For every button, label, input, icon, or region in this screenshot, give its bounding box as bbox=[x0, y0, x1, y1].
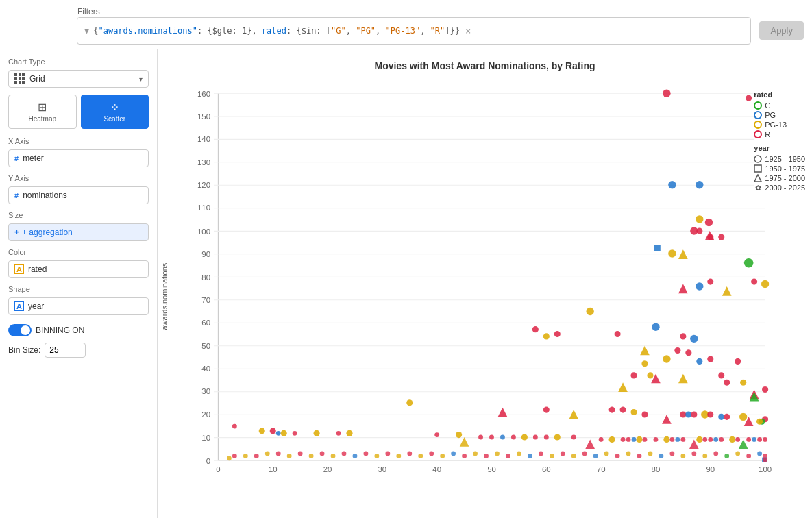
svg-point-155 bbox=[719, 437, 724, 442]
chart-legend: rated G PG PG-13 bbox=[754, 90, 805, 197]
svg-point-78 bbox=[685, 349, 691, 356]
svg-point-141 bbox=[626, 437, 631, 442]
svg-point-106 bbox=[691, 411, 697, 417]
svg-point-97 bbox=[543, 407, 550, 413]
legend-year-title: year bbox=[754, 144, 805, 152]
svg-point-121 bbox=[293, 431, 297, 436]
svg-point-147 bbox=[669, 437, 674, 442]
x-axis-label: X Axis bbox=[8, 137, 149, 145]
chart-title: Movies with Most Award Nominations, by R… bbox=[158, 49, 812, 77]
scatter-button[interactable]: ⁘ Scatter bbox=[81, 95, 149, 129]
svg-point-166 bbox=[276, 452, 281, 456]
chart-type-selector[interactable]: Grid ▾ bbox=[8, 70, 149, 88]
svg-point-174 bbox=[364, 452, 369, 456]
svg-point-191 bbox=[550, 454, 554, 458]
legend-pg13-label: PG-13 bbox=[765, 121, 787, 129]
legend-square-shape-icon bbox=[754, 164, 762, 173]
svg-point-80 bbox=[707, 356, 713, 362]
svg-point-135 bbox=[554, 434, 561, 440]
add-aggregation-button[interactable]: + + aggregation bbox=[8, 223, 149, 241]
svg-point-173 bbox=[353, 454, 358, 458]
svg-point-145 bbox=[654, 437, 659, 442]
svg-point-208 bbox=[735, 452, 740, 456]
binning-row: BINNING ON bbox=[8, 321, 149, 340]
svg-text:160: 160 bbox=[197, 90, 210, 98]
svg-point-61 bbox=[761, 280, 769, 288]
svg-point-216 bbox=[754, 102, 761, 109]
svg-point-63 bbox=[696, 282, 703, 290]
svg-point-64 bbox=[663, 90, 670, 97]
x-axis-field[interactable]: # meter bbox=[8, 149, 149, 167]
svg-point-203 bbox=[680, 454, 685, 458]
bin-size-input[interactable] bbox=[45, 343, 86, 358]
svg-point-69 bbox=[532, 326, 539, 332]
legend-year-1975: 1975 - 2000 bbox=[754, 174, 805, 182]
svg-point-50 bbox=[696, 181, 703, 188]
svg-text:10: 10 bbox=[201, 434, 210, 442]
svg-point-102 bbox=[641, 411, 648, 417]
svg-text:70: 70 bbox=[597, 465, 606, 473]
svg-point-75 bbox=[680, 333, 686, 339]
heatmap-button[interactable]: ⊞ Heatmap bbox=[8, 95, 77, 129]
svg-point-116 bbox=[232, 424, 237, 429]
svg-point-79 bbox=[663, 355, 670, 362]
binning-label: BINNING ON bbox=[36, 325, 84, 335]
svg-point-219 bbox=[754, 131, 761, 138]
svg-point-70 bbox=[652, 323, 659, 331]
svg-point-186 bbox=[495, 452, 500, 456]
filter-bar: ▼ {"awards.nominations": {$gte: 1}, rate… bbox=[77, 17, 751, 45]
svg-point-196 bbox=[604, 452, 609, 456]
shape-a-icon: A bbox=[14, 301, 24, 311]
legend-item-pg13: PG-13 bbox=[754, 121, 805, 129]
svg-point-194 bbox=[582, 452, 587, 456]
svg-point-123 bbox=[336, 431, 341, 436]
shape-value: year bbox=[28, 301, 44, 311]
apply-button[interactable]: Apply bbox=[759, 21, 804, 40]
y-axis-hash-icon: # bbox=[14, 191, 19, 199]
legend-gear-shape-icon: ✿ bbox=[754, 184, 762, 192]
svg-point-213 bbox=[232, 454, 237, 458]
svg-point-181 bbox=[440, 454, 445, 458]
svg-point-144 bbox=[643, 437, 648, 442]
svg-point-86 bbox=[630, 372, 637, 378]
svg-point-142 bbox=[632, 437, 637, 442]
svg-point-192 bbox=[561, 452, 565, 456]
svg-text:50: 50 bbox=[487, 465, 496, 473]
shape-label: Shape bbox=[8, 285, 149, 293]
svg-point-168 bbox=[298, 452, 303, 456]
size-section: + + aggregation bbox=[8, 223, 149, 241]
color-label: Color bbox=[8, 248, 149, 256]
svg-point-195 bbox=[593, 454, 598, 458]
svg-point-201 bbox=[659, 454, 664, 458]
svg-point-159 bbox=[746, 437, 751, 442]
svg-point-215 bbox=[763, 458, 767, 463]
aggregation-label: + aggregation bbox=[22, 227, 73, 237]
svg-point-152 bbox=[702, 437, 707, 442]
svg-rect-221 bbox=[754, 165, 761, 172]
y-axis-field[interactable]: # nominations bbox=[8, 186, 149, 204]
svg-point-170 bbox=[320, 452, 325, 456]
svg-point-87 bbox=[647, 372, 653, 378]
svg-point-55 bbox=[718, 234, 724, 241]
filter-clear-icon[interactable]: × bbox=[465, 25, 471, 36]
svg-point-122 bbox=[314, 430, 320, 436]
svg-point-73 bbox=[554, 331, 561, 337]
legend-year-1950-label: 1950 - 1975 bbox=[765, 164, 805, 173]
binning-toggle[interactable] bbox=[8, 324, 32, 336]
plus-icon: + bbox=[14, 227, 19, 237]
svg-point-162 bbox=[763, 437, 767, 442]
svg-point-187 bbox=[506, 454, 510, 458]
svg-marker-85 bbox=[678, 374, 688, 384]
svg-point-131 bbox=[511, 435, 516, 440]
legend-r-icon bbox=[754, 130, 762, 138]
legend-item-r: R bbox=[754, 130, 805, 138]
svg-marker-59 bbox=[722, 286, 732, 296]
bin-size-row: Bin Size: bbox=[8, 343, 149, 358]
shape-field[interactable]: A year bbox=[8, 297, 149, 315]
legend-circle-shape-icon bbox=[754, 155, 762, 163]
svg-rect-53 bbox=[654, 245, 661, 251]
color-field[interactable]: A rated bbox=[8, 260, 149, 278]
scatter-svg: .tick-label { font-size: 10px; fill: #66… bbox=[171, 77, 812, 517]
filter-funnel-icon: ▼ bbox=[84, 26, 89, 36]
chart-content: awards.nominations .tick-label { font-si… bbox=[158, 77, 812, 517]
